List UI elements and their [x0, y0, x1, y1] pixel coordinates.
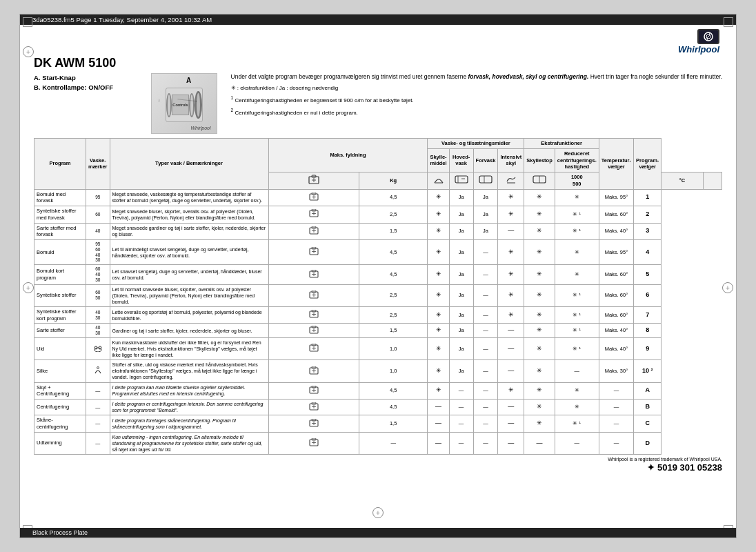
- table-row: Skyl + Centrifugering — I dette program …: [34, 382, 722, 400]
- table-row: Sarte stoffer 4030 Gardiner og tøj i sar…: [34, 324, 722, 338]
- table-row: Syntetiske stoffer med forvask 60 Meget …: [34, 206, 722, 224]
- cell-prog: D: [634, 432, 662, 454]
- cell-marks: 60: [86, 206, 110, 224]
- model-title: DK AWM 5100: [34, 56, 722, 70]
- cell-prog: 6: [634, 284, 662, 306]
- col-header-temp-c: °C: [662, 172, 703, 190]
- cell-marks: 4030: [86, 324, 110, 338]
- cell-skyl: ✳: [428, 265, 449, 284]
- cell-forv: —: [473, 240, 498, 265]
- cell-hoved: Ja: [449, 189, 473, 206]
- cell-kg: —: [359, 432, 428, 454]
- col-header-prog-num: [703, 172, 722, 190]
- cell-temp: Maks. 60°: [599, 306, 633, 324]
- cell-kg: 2,5: [359, 206, 428, 224]
- cell-red: ✳: [555, 189, 599, 206]
- cell-red: ✳: [555, 382, 599, 400]
- svg-rect-10: [455, 176, 468, 183]
- cell-temp: Maks. 40°: [599, 223, 633, 240]
- cell-kg: 2,5: [359, 284, 428, 306]
- cell-intens: ✳: [498, 240, 524, 265]
- cell-kg: 2,5: [359, 306, 428, 324]
- cell-skylle-stop: ✳: [524, 400, 555, 415]
- cell-temp: —: [599, 415, 633, 433]
- cell-intens: —: [498, 360, 524, 382]
- cell-marks: —: [86, 400, 110, 415]
- cell-type: I dette program foretages skånecentrifug…: [110, 415, 268, 433]
- cell-skylle-stop: ✳: [524, 265, 555, 284]
- cell-skyl: —: [428, 400, 449, 415]
- cell-skylle-stop: ✳: [524, 223, 555, 240]
- col-header-skyllestop-icon: [524, 172, 555, 190]
- cell-hoved: —: [449, 400, 473, 415]
- cell-type: Let snavset sengetøj, duge og servietter…: [110, 265, 268, 284]
- cell-program: Silke: [34, 360, 86, 382]
- cell-red: ✳: [555, 400, 599, 415]
- col-header-skyl: Skylle- middel: [428, 148, 449, 172]
- table-row: Silke Stoffer af silke, uld og viskose m…: [34, 360, 722, 382]
- desc-note1: ✳ : ekstrafunktion / Ja : dosering nødve…: [231, 84, 722, 92]
- cell-kg: 4,5: [359, 189, 428, 206]
- cell-forv: Ja: [473, 189, 498, 206]
- cell-skylle-stop: ✳: [524, 284, 555, 306]
- cell-skylle-stop: ✳: [524, 189, 555, 206]
- bottom-bar-text: Black Process Plate: [32, 529, 88, 536]
- cell-skyl: ✳: [428, 223, 449, 240]
- cell-hoved: Ja: [449, 324, 473, 338]
- col-header-prog: Program- vælger: [634, 139, 662, 190]
- corner-mark-tr: [724, 17, 733, 27]
- cell-skylle-stop: —: [524, 432, 555, 454]
- col-header-skylle: Skyllestop: [524, 148, 555, 172]
- col-header-hoved: Hoved- vask: [449, 148, 473, 172]
- cell-icon: [268, 284, 359, 306]
- cell-forv: —: [473, 360, 498, 382]
- cell-marks: —: [86, 382, 110, 400]
- table-row: Uld Kun maskinvaskbare uldstuffer der ik…: [34, 337, 722, 359]
- svg-line-4: [177, 99, 196, 101]
- cell-red: —: [555, 432, 599, 454]
- col-header-ekstra: Ekstrafunktioner: [524, 139, 599, 149]
- bottom-bar: Black Process Plate: [20, 528, 736, 538]
- reg-mark-right-mid: +: [722, 282, 733, 293]
- cell-forv: —: [473, 284, 498, 306]
- cell-marks: [86, 360, 110, 382]
- col-header-forv-icon: [473, 172, 498, 190]
- cell-skyl: ✳: [428, 382, 449, 400]
- col-header-marks: Vaske­mærker: [86, 139, 110, 190]
- cell-program: Centrifugering: [34, 400, 86, 415]
- cell-hoved: Ja: [449, 284, 473, 306]
- cell-red: ✳ ¹: [555, 415, 599, 433]
- cell-intens: —: [498, 432, 524, 454]
- cell-kg: 1,0: [359, 337, 428, 359]
- cell-skyl: ✳: [428, 360, 449, 382]
- col-header-kg: Kg: [359, 172, 428, 190]
- cell-prog: 3: [634, 223, 662, 240]
- cell-prog: 9: [634, 337, 662, 359]
- cell-intens: ✳: [498, 284, 524, 306]
- col-header-red-speeds: 1000500: [555, 172, 599, 190]
- cell-hoved: —: [449, 382, 473, 400]
- reg-mark-bot-mid: +: [372, 507, 384, 518]
- col-header-intens-icon: [498, 172, 524, 190]
- col-header-program: Program: [34, 139, 86, 190]
- cell-forv: Ja: [473, 206, 498, 224]
- cell-skyl: ✳: [428, 306, 449, 324]
- cell-type: I dette program kan man tilsætte stivels…: [110, 382, 268, 400]
- cell-hoved: Ja: [449, 306, 473, 324]
- cell-kg: 1,0: [359, 360, 428, 382]
- cell-icon: [268, 240, 359, 265]
- cell-prog: B: [634, 400, 662, 415]
- cell-intens: —: [498, 324, 524, 338]
- cell-temp: —: [599, 400, 633, 415]
- cell-kg: 4,5: [359, 265, 428, 284]
- cell-marks: —: [86, 415, 110, 433]
- cell-forv: —: [473, 382, 498, 400]
- cell-temp: Maks. 40°: [599, 324, 633, 338]
- cell-hoved: —: [449, 415, 473, 433]
- footer-area: Whirlpool is a registered trademark of W…: [34, 455, 722, 462]
- cell-skyl: ✳: [428, 206, 449, 224]
- cell-hoved: —: [449, 432, 473, 454]
- cell-red: ✳: [555, 265, 599, 284]
- cell-red: ✳ ¹: [555, 337, 599, 359]
- cell-type: Kun udtømning - ingen centrifugering. En…: [110, 432, 268, 454]
